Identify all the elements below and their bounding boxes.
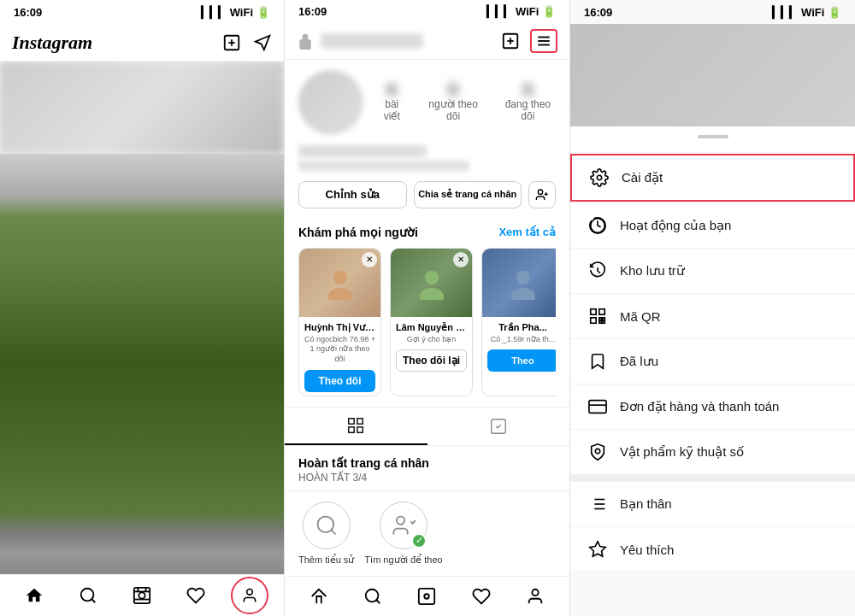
- menu-item-qr[interactable]: Mã QR: [570, 294, 855, 339]
- svg-rect-46: [603, 318, 605, 320]
- card-info-2: Lâm Nguyễn Min... Gợi ý cho bạn Theo dõi…: [391, 317, 472, 376]
- svg-point-35: [366, 590, 379, 602]
- stat-followers: 0 người theo dõi: [423, 83, 482, 122]
- profile-nav-reels[interactable]: [408, 578, 445, 615]
- home-icon: [25, 586, 44, 605]
- complete-title: Hoàn tất trang cá nhân: [298, 456, 556, 470]
- svg-rect-44: [591, 318, 596, 323]
- menu-item-activity[interactable]: Hoạt động của bạn: [570, 203, 855, 249]
- avatar-person-2: [415, 266, 449, 300]
- svg-line-36: [376, 600, 380, 603]
- saved-icon: [587, 351, 608, 372]
- card-close-1[interactable]: ✕: [362, 252, 377, 267]
- reels-icon-p: [417, 587, 436, 606]
- profile-nav-search[interactable]: [354, 578, 392, 615]
- follow-btn-1[interactable]: Theo dõi: [304, 370, 375, 392]
- menu-item-saved[interactable]: Đã lưu: [570, 339, 855, 384]
- svg-point-11: [247, 590, 253, 595]
- profile-nav-icon: [241, 587, 258, 604]
- orders-icon: [587, 396, 608, 417]
- complete-card-circle-follow: ✓: [380, 502, 428, 549]
- menu-list: Cài đặt Hoạt động của bạn Kh: [570, 152, 855, 616]
- profile-nav-heart[interactable]: [463, 578, 500, 615]
- follow-btn-2[interactable]: Theo dõi lại: [396, 349, 467, 372]
- feed-image: [0, 154, 284, 574]
- digital-label: Vật phẩm kỹ thuật số: [620, 444, 744, 460]
- discover-title: Khám phá mọi người: [298, 226, 418, 239]
- status-time-profile: 16:09: [298, 5, 327, 18]
- signal-icon: ▎▎▎: [201, 6, 227, 19]
- profile-avatar-section: 0 bài viết 0 người theo dõi 0 đang theo …: [285, 60, 569, 145]
- menu-profile-blur: [570, 24, 855, 126]
- wifi-icon: WiFi: [230, 6, 253, 19]
- qr-label: Mã QR: [620, 309, 661, 324]
- share-profile-button[interactable]: Chia sẻ trang cá nhân: [414, 181, 522, 208]
- nav-profile[interactable]: [231, 577, 268, 614]
- card-desc-1: Có ngocbich 76.98 + 1 người nữa theo dõi: [304, 335, 375, 365]
- profile-nav-profile[interactable]: [516, 578, 554, 615]
- edit-profile-button[interactable]: Chỉnh sửa: [298, 181, 407, 208]
- menu-item-favorites[interactable]: Yêu thích: [570, 527, 855, 572]
- stat-following: 0 đang theo dõi: [500, 83, 556, 122]
- svg-rect-45: [599, 318, 602, 320]
- discover-link[interactable]: Xem tất cả: [498, 226, 556, 238]
- status-bar-feed: 16:09 ▎▎▎ WiFi 🔋: [0, 0, 284, 24]
- tab-grid[interactable]: [285, 408, 428, 445]
- svg-point-34: [397, 516, 404, 524]
- complete-follow-label: Tìm người để theo: [364, 554, 442, 566]
- nav-heart[interactable]: [177, 577, 215, 614]
- menu-item-close-friends[interactable]: Bạn thân: [570, 482, 855, 527]
- menu-item-archive[interactable]: Kho lưu trữ: [570, 249, 855, 294]
- svg-point-40: [597, 175, 602, 180]
- follow-btn-3[interactable]: Theo: [487, 349, 556, 372]
- nav-search[interactable]: [69, 577, 107, 614]
- close-friends-icon: [587, 494, 608, 514]
- wifi-icon-p: WiFi: [516, 5, 539, 18]
- menu-item-digital[interactable]: Vật phẩm kỹ thuật số: [570, 430, 855, 475]
- search-icon-p: [363, 587, 382, 606]
- grid-tab-icon: [346, 416, 365, 435]
- qr-code-icon: [588, 307, 607, 326]
- complete-card-circle-bio: [303, 502, 351, 549]
- avatar-person-1: [323, 266, 357, 300]
- home-icon-p: [310, 587, 328, 606]
- done-check-icon: ✓: [411, 533, 427, 549]
- nav-home[interactable]: [15, 577, 53, 614]
- plus-icon[interactable]: [222, 33, 241, 52]
- svg-point-6: [139, 592, 144, 598]
- favorites-icon: [587, 539, 608, 560]
- star-icon: [588, 540, 607, 559]
- saved-label: Đã lưu: [620, 354, 658, 369]
- messenger-icon[interactable]: [253, 33, 272, 52]
- archive-label: Kho lưu trữ: [620, 263, 685, 279]
- svg-point-18: [538, 190, 542, 194]
- plus-icon-profile[interactable]: [501, 32, 520, 50]
- menu-item-orders[interactable]: Đơn đặt hàng và thanh toán: [570, 384, 855, 430]
- menu-separator: [570, 475, 855, 482]
- svg-marker-58: [590, 542, 605, 556]
- profile-nav-home[interactable]: [300, 578, 338, 615]
- favorites-label: Yêu thích: [620, 543, 674, 557]
- person-add-icon: [535, 188, 549, 202]
- avatar-person-3: [506, 266, 540, 300]
- svg-rect-29: [349, 426, 354, 431]
- search-icon: [79, 586, 97, 605]
- tab-tag[interactable]: [428, 408, 570, 445]
- card-name-3: Trần Pha...: [487, 322, 556, 333]
- street-scene: [0, 154, 284, 574]
- svg-rect-47: [599, 321, 602, 324]
- complete-cards: Thêm tiểu sử ✓ Tìm người để theo: [285, 491, 569, 576]
- card-close-2[interactable]: ✕: [453, 252, 469, 267]
- heart-icon: [186, 586, 205, 605]
- add-person-button[interactable]: [528, 181, 556, 208]
- feed-header-icons: [222, 33, 272, 52]
- svg-point-24: [420, 288, 444, 300]
- battery-icon: 🔋: [256, 6, 270, 19]
- close-friends-label: Bạn thân: [620, 496, 672, 512]
- menu-panel: 16:09 ▎▎▎ WiFi 🔋 Cài đặt: [570, 0, 855, 616]
- nav-reels[interactable]: [123, 577, 161, 614]
- status-bar-profile: 16:09 ▎▎▎ WiFi 🔋: [285, 0, 569, 23]
- hamburger-menu-box[interactable]: [530, 29, 557, 53]
- stat-followers-label: người theo dõi: [423, 98, 482, 122]
- menu-item-settings[interactable]: Cài đặt: [570, 154, 855, 202]
